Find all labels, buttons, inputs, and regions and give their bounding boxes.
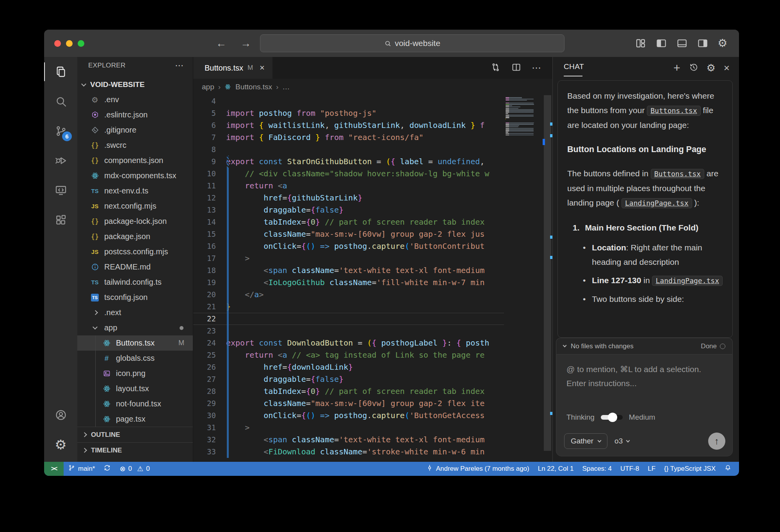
- code-line-25: 25 return <a // <a> tag instead of Link …: [193, 349, 504, 361]
- open-changes-icon[interactable]: [490, 62, 501, 74]
- close-tab-icon[interactable]: ×: [260, 63, 265, 73]
- folder--next[interactable]: .next: [77, 305, 193, 320]
- line-number: 29: [193, 397, 226, 410]
- chat-input[interactable]: @ to mention, ⌘L to add a selection. Ent…: [556, 355, 732, 398]
- breadcrumb[interactable]: app›Buttons.tsx›…: [193, 79, 552, 95]
- file-buttons-tsx[interactable]: Buttons.tsxM: [77, 335, 193, 351]
- file-readme-md[interactable]: README.md: [77, 259, 193, 275]
- file-next-env-d-ts[interactable]: TSnext-env.d.ts: [77, 183, 193, 199]
- inline-code-link[interactable]: LandingPage.tsx: [652, 276, 723, 286]
- file-page-tsx[interactable]: page.tsx: [77, 411, 193, 427]
- minimap[interactable]: [504, 95, 543, 462]
- line-number: 11: [193, 180, 226, 192]
- file--env[interactable]: ⚙.env: [77, 92, 193, 107]
- file-package-lock-json[interactable]: {}package-lock.json: [77, 214, 193, 229]
- line-content: [226, 144, 504, 156]
- section-outline[interactable]: OUTLINE: [77, 427, 193, 442]
- code-line-8: 8: [193, 144, 504, 156]
- history-icon[interactable]: [689, 62, 698, 74]
- back-icon[interactable]: ←: [216, 37, 226, 50]
- activity-run-and-debug-icon[interactable]: [44, 146, 77, 176]
- minimize-window-button[interactable]: [66, 40, 73, 47]
- file-next-config-mjs[interactable]: JSnext.config.mjs: [77, 199, 193, 214]
- breadcrumb-item[interactable]: app: [202, 83, 214, 91]
- file--swcrc[interactable]: {}.swcrc: [77, 138, 193, 153]
- inline-code-link[interactable]: LandingPage.tsx: [622, 198, 692, 208]
- file-tailwind-config-ts[interactable]: TStailwind.config.ts: [77, 275, 193, 290]
- activity-extensions-icon[interactable]: [44, 205, 77, 235]
- file--eslintrc-json[interactable]: .eslintrc.json: [77, 107, 193, 122]
- explorer-header: EXPLORER ⋯: [77, 57, 193, 74]
- command-center-search[interactable]: void-website: [260, 34, 565, 52]
- chat-input-container: @ to mention, ⌘L to add a selection. Ent…: [556, 354, 733, 456]
- language-mode[interactable]: {} TypeScript JSX: [660, 462, 720, 476]
- file-not-found-tsx[interactable]: not-found.tsx: [77, 396, 193, 411]
- code-line-29: 29 className="max-sm:w-[60vw] group gap-…: [193, 397, 504, 410]
- code-line-4: 4: [193, 95, 504, 107]
- file-icon-png[interactable]: icon.png: [77, 366, 193, 381]
- file-components-json[interactable]: {}components.json: [77, 153, 193, 168]
- chat-heading: Button Locations on Landing Page: [567, 142, 723, 157]
- remote-indicator[interactable]: ><: [44, 462, 64, 476]
- model-dropdown[interactable]: o3: [614, 437, 629, 445]
- activity-remote-explorer-icon[interactable]: [44, 176, 77, 205]
- file--gitignore[interactable]: .gitignore: [77, 122, 193, 138]
- section-timeline[interactable]: TIMELINE: [77, 442, 193, 458]
- file-layout-tsx[interactable]: layout.tsx: [77, 381, 193, 396]
- eol[interactable]: LF: [643, 462, 660, 476]
- new-chat-icon[interactable]: +: [673, 62, 680, 74]
- close-icon[interactable]: ×: [724, 63, 730, 73]
- breadcrumb-item[interactable]: Buttons.tsx: [235, 83, 272, 91]
- editor-scrollbar[interactable]: [543, 95, 552, 462]
- changes-bar[interactable]: No files with changes Done: [556, 338, 733, 354]
- inline-code-link[interactable]: Buttons.tsx: [651, 169, 704, 179]
- activity-explorer-icon[interactable]: [44, 57, 77, 87]
- git-blame[interactable]: Andrew Pareles (7 months ago): [422, 462, 534, 476]
- sync-status[interactable]: [99, 462, 115, 476]
- code-editor[interactable]: 45import posthog from "posthog-js"6impor…: [193, 95, 504, 462]
- workspace-root-folder[interactable]: VOID-WEBSITE: [77, 77, 193, 92]
- more-actions-icon[interactable]: ⋯: [175, 60, 184, 71]
- more-actions-icon[interactable]: ⋯: [532, 62, 541, 73]
- customize-layout-icon[interactable]: [635, 37, 646, 49]
- activity-settings-icon[interactable]: ⚙: [44, 430, 77, 459]
- notifications-bell[interactable]: [720, 462, 736, 476]
- activity-source-control-icon[interactable]: 6: [44, 116, 77, 146]
- thinking-slider[interactable]: [601, 415, 623, 420]
- send-button[interactable]: ↑: [708, 433, 725, 450]
- cursor-position[interactable]: Ln 22, Col 1: [534, 462, 578, 476]
- chat-bullet-item: •Line 127-130 in LandingPage.tsx: [567, 273, 723, 288]
- mode-dropdown[interactable]: Gather: [564, 433, 607, 449]
- toggle-primary-sidebar-icon[interactable]: [655, 37, 667, 49]
- file-postcss-config-mjs[interactable]: JSpostcss.config.mjs: [77, 244, 193, 259]
- forward-icon[interactable]: →: [240, 37, 251, 50]
- git-branch-status[interactable]: main*: [64, 462, 99, 476]
- line-content: [226, 313, 504, 325]
- folder-app[interactable]: app: [77, 320, 193, 335]
- inline-code-link[interactable]: Buttons.tsx: [647, 106, 700, 116]
- zoom-window-button[interactable]: [78, 40, 84, 47]
- toggle-secondary-sidebar-icon[interactable]: [697, 37, 709, 49]
- file-mdx-components-tsx[interactable]: mdx-components.tsx: [77, 168, 193, 183]
- git-modified-gutter: [227, 168, 229, 458]
- scrollbar-thumb[interactable]: [544, 95, 551, 451]
- close-window-button[interactable]: [54, 40, 61, 47]
- encoding[interactable]: UTF-8: [616, 462, 643, 476]
- activity-search-icon[interactable]: [44, 87, 77, 116]
- settings-icon[interactable]: ⚙: [718, 38, 727, 49]
- tab-buttons-tsx[interactable]: Buttons.tsx M ×: [193, 57, 272, 79]
- chat-tab[interactable]: CHAT: [564, 62, 584, 73]
- chevron-down-icon: [81, 82, 86, 87]
- file-package-json[interactable]: {}package.json: [77, 229, 193, 244]
- breadcrumb-item[interactable]: …: [282, 83, 290, 91]
- indentation[interactable]: Spaces: 4: [578, 462, 616, 476]
- activity-accounts-icon[interactable]: [44, 400, 77, 430]
- toggle-panel-icon[interactable]: [676, 37, 688, 49]
- file-tsconfig-json[interactable]: TStsconfig.json: [77, 290, 193, 305]
- split-editor-icon[interactable]: [511, 62, 522, 74]
- problems-status[interactable]: ⊗0⚠0: [115, 462, 154, 476]
- code-line-32: 32 <span className='text-white text-xl f…: [193, 434, 504, 446]
- gear-icon[interactable]: ⚙: [707, 63, 716, 73]
- line-content: import { waitlistLink, githubStarLink, d…: [226, 119, 504, 131]
- file-globals-css[interactable]: #globals.css: [77, 351, 193, 366]
